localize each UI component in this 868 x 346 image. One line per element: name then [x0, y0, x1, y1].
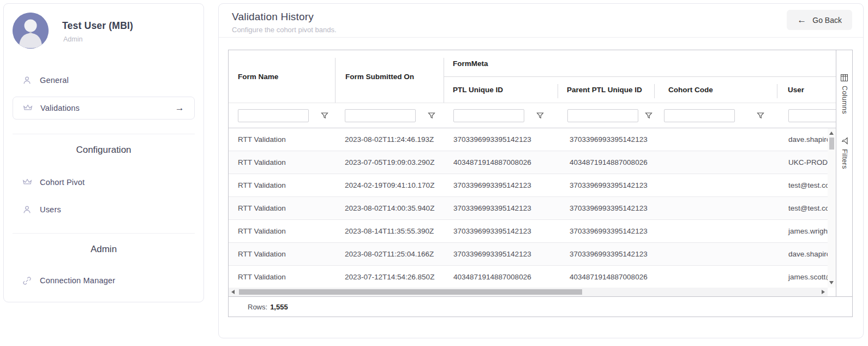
- cell-user: james.scott@: [777, 266, 828, 288]
- page-title: Validation History: [232, 11, 850, 23]
- table-row[interactable]: RTT Validation 2023-08-02T11:25:04.166Z …: [229, 243, 828, 266]
- cell-user: dave.shapiro: [777, 243, 828, 265]
- cell-cohort-code: [655, 220, 777, 242]
- user-name: Test User (MBI): [62, 20, 133, 32]
- horizontal-scroll-thumb[interactable]: [239, 289, 582, 295]
- column-header-form-submitted-on[interactable]: Form Submitted On: [345, 50, 414, 103]
- cell-user: dave.shapiro: [777, 128, 828, 151]
- cell-cohort-code: [655, 128, 777, 151]
- user-avatar-icon: [13, 13, 49, 49]
- table-row[interactable]: RTT Validation 2023-07-12T14:54:26.850Z …: [229, 266, 828, 288]
- filter-input-form-name[interactable]: [238, 109, 309, 122]
- column-header-cohort-code[interactable]: Cohort Code: [668, 76, 713, 103]
- filter-input-parent-ptl-unique-id[interactable]: [567, 109, 638, 122]
- grid-rows-viewport: RTT Validation 2023-08-02T11:24:46.193Z …: [229, 128, 828, 288]
- cell-ptl-unique-id: 3703396993395142123: [444, 243, 558, 265]
- vertical-scroll-thumb[interactable]: [829, 138, 834, 150]
- scroll-up-icon[interactable]: [829, 132, 834, 135]
- tab-columns-label: Columns: [841, 86, 848, 114]
- cell-parent-ptl-unique-id: 3703396993395142123: [558, 174, 655, 196]
- table-row[interactable]: RTT Validation 2023-07-05T19:09:03.290Z …: [229, 151, 828, 174]
- filter-funnel-icon[interactable]: [757, 112, 764, 120]
- user-role: Admin: [63, 35, 82, 43]
- filter-input-cohort-code[interactable]: [664, 109, 735, 122]
- person-icon: [22, 205, 32, 214]
- cell-form-name: RTT Validation: [229, 220, 336, 242]
- filter-funnel-icon[interactable]: [428, 112, 435, 120]
- filter-cell: [444, 103, 558, 128]
- grid-header: Form Name Form Submitted On FormMeta PTL…: [229, 50, 836, 128]
- filter-cell: [336, 103, 444, 128]
- cell-ptl-unique-id: 3703396993395142123: [444, 197, 558, 219]
- back-arrow-icon: ←: [797, 15, 806, 25]
- sidebar-item-validations[interactable]: Validations →: [13, 97, 195, 120]
- column-group-header-formmeta: FormMeta: [453, 50, 488, 76]
- sidebar-item-general[interactable]: General: [4, 73, 203, 88]
- filter-cell: [655, 103, 777, 128]
- cell-cohort-code: [655, 151, 777, 174]
- column-header-user[interactable]: User: [788, 76, 804, 103]
- cell-form-submitted-on: 2023-08-02T11:25:04.166Z: [336, 243, 444, 265]
- cell-form-name: RTT Validation: [229, 197, 336, 219]
- sidebar-item-connection-manager[interactable]: Connection Manager: [4, 273, 203, 288]
- grid-filter-row: [229, 103, 836, 128]
- sidebar-item-label: General: [40, 76, 69, 85]
- filter-funnel-icon[interactable]: [645, 112, 653, 120]
- go-back-label: Go Back: [812, 16, 842, 25]
- cell-cohort-code: [655, 243, 777, 265]
- column-header-form-name[interactable]: Form Name: [238, 50, 278, 103]
- filter-cell: [777, 103, 836, 128]
- rows-label: Rows:: [248, 303, 267, 311]
- table-row[interactable]: RTT Validation 2024-02-19T09:41:10.170Z …: [229, 174, 828, 197]
- cell-cohort-code: [655, 197, 777, 219]
- cell-form-name: RTT Validation: [229, 243, 336, 265]
- sidebar-panel: Test User (MBI) Admin General Validation…: [3, 3, 204, 302]
- cell-ptl-unique-id: 4034871914887008026: [444, 266, 558, 288]
- column-divider: [558, 84, 558, 98]
- cell-form-name: RTT Validation: [229, 266, 336, 288]
- cell-form-submitted-on: 2023-07-12T14:54:26.850Z: [336, 266, 444, 288]
- filter-funnel-icon[interactable]: [536, 112, 544, 120]
- cell-form-name: RTT Validation: [229, 151, 336, 174]
- sidebar-item-label: Users: [40, 205, 61, 214]
- table-row[interactable]: RTT Validation 2023-08-02T11:24:46.193Z …: [229, 128, 828, 151]
- cell-form-submitted-on: 2023-07-05T19:09:03.290Z: [336, 151, 444, 174]
- scroll-right-icon[interactable]: [822, 290, 825, 294]
- sidebar-item-label: Cohort Pivot: [40, 178, 85, 187]
- column-header-parent-ptl-unique-id[interactable]: Parent PTL Unique ID: [567, 76, 642, 103]
- column-header-ptl-unique-id[interactable]: PTL Unique ID: [453, 76, 503, 103]
- section-heading-configuration: Configuration: [4, 145, 203, 156]
- filter-input-user[interactable]: [788, 109, 836, 122]
- scroll-left-icon[interactable]: [231, 290, 235, 294]
- column-divider: [777, 84, 777, 98]
- horizontal-scrollbar[interactable]: [229, 288, 828, 296]
- filter-input-ptl-unique-id[interactable]: [453, 109, 524, 122]
- sidebar-divider: [13, 134, 195, 134]
- column-divider: [335, 58, 336, 103]
- filter-funnel-icon[interactable]: [321, 112, 328, 120]
- cell-parent-ptl-unique-id: 3703396993395142123: [558, 128, 655, 151]
- cell-cohort-code: [655, 174, 777, 196]
- go-back-button[interactable]: ← Go Back: [787, 10, 852, 30]
- scroll-down-icon[interactable]: [829, 281, 834, 284]
- cell-parent-ptl-unique-id: 4034871914887008026: [558, 266, 655, 288]
- column-divider: [444, 58, 444, 103]
- sidebar-item-cohort-pivot[interactable]: Cohort Pivot: [4, 175, 203, 190]
- table-row[interactable]: RTT Validation 2023-08-02T14:00:35.940Z …: [229, 197, 828, 220]
- tab-filters[interactable]: Filters: [841, 137, 848, 169]
- validation-history-grid: Form Name Form Submitted On FormMeta PTL…: [228, 50, 853, 317]
- cell-user: test@test.co: [777, 197, 828, 219]
- filter-cell: [558, 103, 655, 128]
- grid-footer: Rows: 1,555: [229, 296, 852, 317]
- vertical-scrollbar[interactable]: [828, 128, 836, 288]
- table-row[interactable]: RTT Validation 2023-08-14T11:35:55.390Z …: [229, 220, 828, 243]
- page-subtitle: Configure the cohort pivot bands.: [232, 26, 850, 34]
- tab-columns[interactable]: Columns: [841, 74, 848, 114]
- sidebar-item-users[interactable]: Users: [4, 202, 203, 217]
- arrow-right-icon[interactable]: →: [175, 103, 184, 114]
- filter-input-form-submitted-on[interactable]: [345, 109, 416, 122]
- cell-user: test@test.co: [777, 174, 828, 196]
- crown-icon: [23, 103, 33, 113]
- cell-form-submitted-on: 2024-02-19T09:41:10.170Z: [336, 174, 444, 196]
- cell-form-submitted-on: 2023-08-14T11:35:55.390Z: [336, 220, 444, 242]
